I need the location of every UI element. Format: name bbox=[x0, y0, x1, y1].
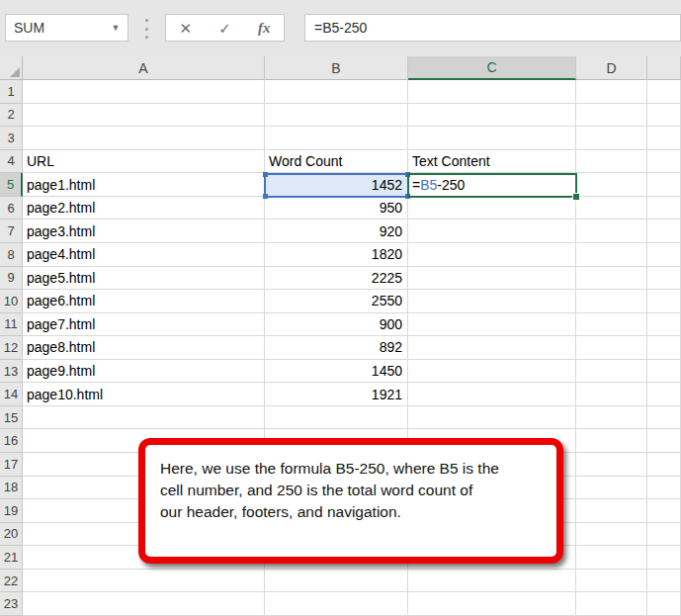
row-header-10[interactable]: 10 bbox=[0, 290, 23, 313]
cell-D11[interactable] bbox=[576, 313, 647, 337]
cell-D4[interactable] bbox=[576, 150, 647, 174]
cell-E17[interactable] bbox=[647, 453, 681, 477]
cell-D16[interactable] bbox=[576, 429, 647, 453]
cell-C4[interactable]: Text Content bbox=[408, 150, 576, 174]
cell-C23[interactable] bbox=[408, 592, 576, 616]
cell-B10[interactable]: 2550 bbox=[265, 290, 408, 313]
cell-B15[interactable] bbox=[265, 406, 408, 430]
cell-E12[interactable] bbox=[647, 336, 681, 360]
cell-C13[interactable] bbox=[408, 360, 576, 384]
column-header-partial[interactable] bbox=[647, 56, 681, 80]
row-header-21[interactable]: 21 bbox=[0, 546, 23, 570]
cell-C15[interactable] bbox=[408, 406, 576, 430]
cell-E19[interactable] bbox=[647, 499, 681, 523]
cell-D23[interactable] bbox=[576, 592, 647, 616]
cell-D13[interactable] bbox=[576, 360, 647, 384]
cell-D14[interactable] bbox=[576, 383, 647, 406]
cell-B2[interactable] bbox=[265, 104, 408, 128]
cell-B12[interactable]: 892 bbox=[265, 336, 408, 360]
cell-E2[interactable] bbox=[647, 104, 681, 128]
select-all-button[interactable] bbox=[0, 56, 23, 80]
row-header-22[interactable]: 22 bbox=[0, 570, 23, 593]
cell-D8[interactable] bbox=[576, 243, 647, 267]
insert-function-icon[interactable]: fx bbox=[258, 21, 271, 36]
cell-D2[interactable] bbox=[576, 104, 647, 128]
column-header-B[interactable]: B bbox=[265, 56, 408, 80]
cell-B4[interactable]: Word Count bbox=[265, 150, 408, 174]
cell-C10[interactable] bbox=[408, 290, 576, 313]
row-header-18[interactable]: 18 bbox=[0, 477, 23, 500]
cell-D7[interactable] bbox=[576, 220, 647, 243]
cell-D22[interactable] bbox=[576, 570, 647, 593]
cell-E4[interactable] bbox=[647, 150, 681, 174]
row-header-8[interactable]: 8 bbox=[0, 243, 23, 267]
cell-D21[interactable] bbox=[576, 546, 647, 570]
row-header-19[interactable]: 19 bbox=[0, 499, 23, 523]
cell-B5[interactable]: 1452 bbox=[265, 173, 408, 197]
name-box-dropdown-icon[interactable]: ▼ bbox=[104, 23, 128, 33]
cell-C22[interactable] bbox=[408, 570, 576, 593]
cell-E23[interactable] bbox=[647, 592, 681, 616]
row-header-1[interactable]: 1 bbox=[0, 80, 23, 104]
row-header-15[interactable]: 15 bbox=[0, 406, 23, 430]
row-header-17[interactable]: 17 bbox=[0, 453, 23, 477]
cell-E1[interactable] bbox=[647, 80, 681, 104]
cell-B9[interactable]: 2225 bbox=[265, 267, 408, 291]
cell-B3[interactable] bbox=[265, 127, 408, 150]
cell-A11[interactable]: page7.html bbox=[23, 313, 265, 337]
cell-C6[interactable] bbox=[408, 197, 576, 220]
cell-A1[interactable] bbox=[23, 80, 265, 104]
formula-bar[interactable]: =B5-250 bbox=[304, 14, 681, 42]
column-header-D[interactable]: D bbox=[576, 56, 647, 80]
cell-E15[interactable] bbox=[647, 406, 681, 430]
cell-D18[interactable] bbox=[576, 477, 647, 500]
cell-B8[interactable]: 1820 bbox=[265, 243, 408, 267]
cell-E20[interactable] bbox=[647, 523, 681, 547]
cell-C8[interactable] bbox=[408, 243, 576, 267]
cell-C1[interactable] bbox=[408, 80, 576, 104]
cell-B7[interactable]: 920 bbox=[265, 220, 408, 243]
cell-A5[interactable]: page1.html bbox=[23, 173, 265, 197]
cell-A8[interactable]: page4.html bbox=[23, 243, 265, 267]
row-header-4[interactable]: 4 bbox=[0, 150, 23, 174]
cell-B22[interactable] bbox=[265, 570, 408, 593]
row-header-3[interactable]: 3 bbox=[0, 127, 23, 150]
cell-E16[interactable] bbox=[647, 429, 681, 453]
cell-B23[interactable] bbox=[265, 592, 408, 616]
cell-D10[interactable] bbox=[576, 290, 647, 313]
cell-E7[interactable] bbox=[647, 220, 681, 243]
cell-A12[interactable]: page8.html bbox=[23, 336, 265, 360]
cell-D15[interactable] bbox=[576, 406, 647, 430]
cell-E14[interactable] bbox=[647, 383, 681, 406]
cell-A13[interactable]: page9.html bbox=[23, 360, 265, 384]
row-header-12[interactable]: 12 bbox=[0, 336, 23, 360]
cell-A15[interactable] bbox=[23, 406, 265, 430]
row-header-2[interactable]: 2 bbox=[0, 104, 23, 128]
cell-E9[interactable] bbox=[647, 267, 681, 291]
cell-B11[interactable]: 900 bbox=[265, 313, 408, 337]
cell-D20[interactable] bbox=[576, 523, 647, 547]
cell-E6[interactable] bbox=[647, 197, 681, 220]
cell-C3[interactable] bbox=[408, 127, 576, 150]
cell-A3[interactable] bbox=[23, 127, 265, 150]
cancel-icon[interactable]: ✕ bbox=[180, 21, 193, 36]
cell-A6[interactable]: page2.html bbox=[23, 197, 265, 220]
row-header-5[interactable]: 5 bbox=[0, 173, 23, 197]
cell-D9[interactable] bbox=[576, 267, 647, 291]
row-header-6[interactable]: 6 bbox=[0, 197, 23, 220]
cell-D17[interactable] bbox=[576, 453, 647, 477]
cell-E22[interactable] bbox=[647, 570, 681, 593]
enter-icon[interactable]: ✓ bbox=[218, 21, 231, 36]
cell-A2[interactable] bbox=[23, 104, 265, 128]
cell-C14[interactable] bbox=[408, 383, 576, 406]
cell-E13[interactable] bbox=[647, 360, 681, 384]
row-header-9[interactable]: 9 bbox=[0, 267, 23, 291]
row-header-14[interactable]: 14 bbox=[0, 383, 23, 406]
cell-A4[interactable]: URL bbox=[23, 150, 265, 174]
cell-E10[interactable] bbox=[647, 290, 681, 313]
row-header-23[interactable]: 23 bbox=[0, 592, 23, 616]
row-header-20[interactable]: 20 bbox=[0, 523, 23, 547]
cell-A14[interactable]: page10.html bbox=[23, 383, 265, 406]
cell-D1[interactable] bbox=[576, 80, 647, 104]
cell-B13[interactable]: 1450 bbox=[265, 360, 408, 384]
